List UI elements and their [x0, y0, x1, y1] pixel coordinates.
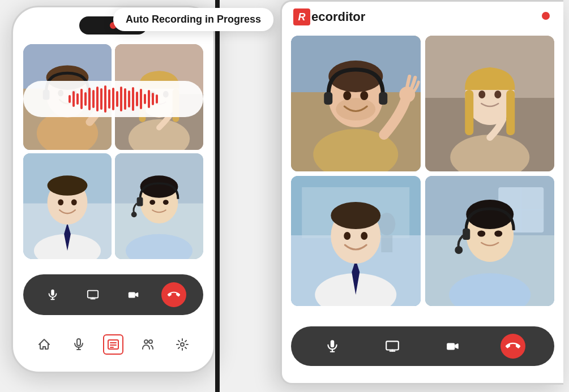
tablet-video-grid — [291, 36, 554, 306]
tablet-mockup: R ecorditor — [280, 0, 569, 392]
wave-bar-11 — [108, 89, 110, 109]
svg-rect-42 — [77, 339, 80, 346]
tablet-camera-button[interactable] — [440, 334, 465, 359]
svg-rect-38 — [88, 291, 98, 298]
tablet-mic-button[interactable] — [320, 334, 345, 359]
svg-point-69 — [478, 91, 485, 98]
svg-rect-58 — [324, 92, 332, 105]
nav-recordings-icon[interactable] — [103, 334, 123, 355]
wave-bar-3 — [76, 93, 79, 105]
tablet-video-cell-3 — [291, 176, 421, 306]
wave-bar-9 — [100, 88, 102, 110]
wave-bar-6 — [88, 88, 91, 110]
svg-rect-90 — [463, 229, 470, 240]
svg-point-81 — [361, 232, 367, 240]
tablet-video-cell-2 — [425, 36, 555, 171]
wave-bar-22 — [152, 93, 154, 105]
svg-point-33 — [149, 200, 155, 205]
tablet-video-cell-1 — [291, 36, 421, 171]
tablet-screen-share-button[interactable] — [380, 334, 405, 359]
wave-bar-19 — [140, 89, 142, 109]
mic-button[interactable] — [40, 282, 65, 307]
record-indicator-tablet — [542, 12, 550, 20]
screen-share-button[interactable] — [80, 282, 105, 307]
wave-bar-23 — [156, 94, 158, 104]
wave-bar-14 — [120, 87, 122, 111]
phone-video-grid — [23, 44, 203, 259]
wave-bar-2 — [72, 91, 75, 107]
svg-point-24 — [58, 199, 63, 205]
svg-rect-68 — [506, 90, 515, 135]
end-call-button[interactable] — [161, 282, 186, 307]
tablet-end-call-button[interactable] — [500, 334, 525, 359]
recording-tooltip: Auto Recording in Progress — [113, 8, 273, 31]
phone-call-controls — [23, 274, 203, 315]
tablet-call-controls — [291, 326, 554, 366]
camera-button[interactable] — [121, 282, 146, 307]
wave-bar-21 — [148, 90, 150, 108]
svg-point-32 — [131, 212, 137, 217]
svg-point-60 — [343, 91, 351, 100]
wave-bar-5 — [84, 92, 87, 106]
svg-rect-100 — [447, 343, 455, 350]
wave-bar-1 — [69, 95, 71, 103]
svg-point-56 — [336, 98, 375, 120]
wave-bar-10 — [104, 85, 106, 113]
phone-mockup — [11, 6, 232, 385]
recorditor-logo: R ecorditor — [293, 8, 365, 25]
logo-text: ecorditor — [311, 10, 365, 24]
nav-settings-icon[interactable] — [172, 334, 192, 355]
svg-rect-41 — [129, 292, 135, 298]
svg-point-70 — [494, 91, 501, 98]
video-cell-4 — [115, 153, 203, 259]
svg-point-23 — [48, 175, 88, 195]
nav-people-icon[interactable] — [138, 334, 158, 355]
svg-point-25 — [71, 199, 77, 205]
nav-mic-icon[interactable] — [69, 334, 89, 355]
svg-point-50 — [149, 340, 152, 343]
svg-point-93 — [494, 231, 502, 237]
svg-rect-75 — [381, 235, 392, 252]
svg-rect-59 — [379, 92, 387, 105]
video-cell-3 — [23, 153, 112, 259]
wave-bar-7 — [92, 90, 95, 108]
phone-frame — [11, 6, 215, 373]
svg-point-74 — [378, 213, 395, 235]
svg-point-61 — [360, 91, 368, 100]
audio-waveform — [23, 81, 203, 117]
wave-bar-17 — [132, 87, 134, 111]
tablet-frame: R ecorditor — [280, 0, 563, 385]
wave-bar-15 — [124, 88, 126, 110]
svg-rect-67 — [465, 90, 473, 135]
svg-point-79 — [331, 202, 380, 229]
wave-bar-4 — [80, 89, 83, 109]
logo-r-icon: R — [293, 8, 310, 25]
wave-bar-16 — [128, 91, 130, 107]
svg-point-92 — [477, 231, 485, 237]
nav-home-icon[interactable] — [34, 334, 54, 355]
svg-rect-31 — [137, 197, 143, 206]
svg-point-49 — [144, 340, 148, 343]
phone-bottom-nav — [13, 334, 213, 355]
wave-bar-8 — [96, 87, 99, 111]
svg-point-34 — [163, 200, 169, 205]
svg-rect-94 — [331, 340, 335, 347]
svg-rect-35 — [51, 290, 54, 296]
wave-bar-13 — [116, 91, 118, 107]
svg-point-51 — [181, 343, 184, 346]
wave-bar-12 — [112, 88, 114, 110]
wave-bar-20 — [144, 94, 146, 104]
tablet-video-cell-4 — [425, 176, 555, 306]
svg-point-80 — [344, 232, 350, 240]
svg-point-91 — [455, 246, 463, 254]
wave-bar-18 — [136, 92, 138, 106]
svg-rect-97 — [387, 341, 399, 350]
